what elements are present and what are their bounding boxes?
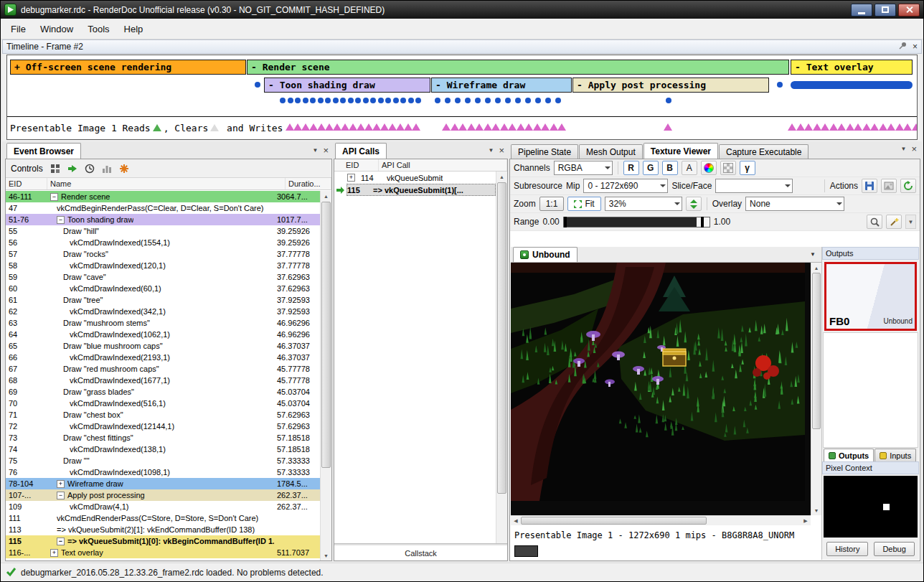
statistics-chart-icon[interactable]: [102, 164, 112, 174]
tab-event-browser[interactable]: Event Browser: [6, 143, 81, 159]
timeline-marker-bar[interactable]: - Text overlay: [791, 60, 913, 75]
texture-tab-dropdown[interactable]: ▼: [806, 251, 819, 258]
timeline-draw-dot[interactable]: [378, 98, 384, 103]
close-button[interactable]: [898, 4, 920, 17]
texture-tab-unbound[interactable]: Unbound: [513, 247, 578, 262]
timeline-draw-dot[interactable]: [455, 98, 461, 103]
minimize-button[interactable]: [851, 4, 872, 17]
event-row[interactable]: 68vkCmdDrawIndexed(1677,1)45.77778: [6, 375, 320, 386]
tab-api-calls[interactable]: API Calls: [335, 143, 387, 159]
event-row[interactable]: 60vkCmdDrawIndexed(60,1)37.62963: [6, 283, 320, 294]
event-row[interactable]: 63Draw "mushroom stems"46.96296: [6, 317, 320, 329]
api-row[interactable]: 115=> vkQueueSubmit(1)[...: [334, 184, 496, 196]
expand-icon[interactable]: −: [50, 193, 58, 201]
right-panel-tab[interactable]: Texture Viewer: [644, 143, 718, 159]
scroll-right-icon[interactable]: ▶: [801, 516, 811, 525]
texture-vertical-scrollbar[interactable]: ▲ ▼: [811, 263, 821, 515]
timeline-marker-bar[interactable]: - Render scene: [247, 60, 789, 75]
event-row[interactable]: 56vkCmdDrawIndexed(1554,1)39.25926: [6, 237, 320, 248]
channel-red-button[interactable]: R: [623, 161, 639, 175]
event-row[interactable]: 66vkCmdDrawIndexed(2193,1)46.37037: [6, 352, 320, 363]
timeline-draw-dot[interactable]: [465, 98, 471, 103]
bookmark-star-icon[interactable]: [119, 164, 129, 174]
tab-outputs[interactable]: Outputs: [824, 449, 874, 461]
scroll-left-icon[interactable]: ◀: [511, 516, 521, 525]
timeline-draw-dot[interactable]: [325, 98, 331, 103]
range-slider[interactable]: [563, 217, 710, 227]
event-row[interactable]: 73Draw "chest fittings"57.18518: [6, 432, 320, 443]
column-api-call[interactable]: API Call: [379, 159, 507, 171]
timeline-draw-dot[interactable]: [255, 82, 260, 88]
menu-item[interactable]: Window: [33, 20, 80, 38]
texture-horizontal-scrollbar[interactable]: ◀ ▶: [511, 515, 811, 525]
timeline-draw-dot[interactable]: [393, 98, 399, 103]
panel-close-button[interactable]: ×: [911, 144, 917, 154]
texture-viewport[interactable]: [511, 263, 811, 515]
event-row[interactable]: 67Draw "red mushroom caps"45.77778: [6, 363, 320, 375]
expand-icon[interactable]: −: [57, 216, 65, 224]
timeline-draw-dot[interactable]: [280, 98, 286, 103]
debug-button[interactable]: Debug: [874, 542, 914, 556]
menu-item[interactable]: Tools: [80, 20, 116, 38]
timeline-draw-dot[interactable]: [363, 98, 369, 103]
timeline-draw-dot[interactable]: [340, 98, 346, 103]
timeline-draw-dot[interactable]: [525, 98, 531, 103]
timeline-draw-dot[interactable]: [333, 98, 339, 103]
timeline-draw-dot[interactable]: [408, 98, 414, 103]
event-row[interactable]: 64vkCmdDrawIndexed(1062,1)46.96296: [6, 329, 320, 340]
event-row[interactable]: 75Draw ""57.33333: [6, 455, 320, 466]
scroll-up-icon[interactable]: ▲: [496, 172, 507, 182]
timeline-draw-dot[interactable]: [495, 98, 501, 103]
channel-green-button[interactable]: G: [643, 161, 659, 175]
api-expand-icon[interactable]: +: [347, 174, 355, 182]
timeline-draw-dot[interactable]: [385, 98, 391, 103]
event-row[interactable]: 51-76−Toon shading draw1017.7...: [6, 214, 320, 225]
timeline-draw-dot[interactable]: [555, 98, 561, 103]
timeline-draw-dot[interactable]: [288, 98, 293, 103]
scroll-up-icon[interactable]: ▲: [321, 191, 331, 201]
expand-icon[interactable]: +: [50, 549, 58, 557]
event-row[interactable]: 76vkCmdDrawIndexed(1098,1)57.33333: [6, 466, 320, 478]
timeline-draw-capsule[interactable]: [791, 81, 913, 89]
scroll-down-icon[interactable]: ▼: [321, 550, 331, 560]
scroll-up-icon[interactable]: ▲: [811, 263, 821, 273]
channel-blue-button[interactable]: B: [662, 161, 678, 175]
event-row[interactable]: 65Draw "blue mushroom caps"46.37037: [6, 340, 320, 352]
timeline-marker-bar[interactable]: - Apply post processing: [572, 78, 769, 93]
event-row[interactable]: 70vkCmdDrawIndexed(516,1)45.03704: [6, 398, 320, 409]
maximize-button[interactable]: [874, 4, 896, 17]
timeline-draw-dot[interactable]: [303, 98, 308, 103]
column-name[interactable]: Name: [47, 178, 286, 189]
timeline-draw-dot[interactable]: [475, 98, 481, 103]
checkerboard-button[interactable]: [720, 161, 736, 175]
goto-current-event-icon[interactable]: [67, 164, 77, 174]
timeline-draw-dot[interactable]: [505, 98, 511, 103]
gamma-button[interactable]: γ: [740, 161, 755, 175]
channels-select[interactable]: RGBA: [554, 161, 613, 175]
slice-face-select[interactable]: [715, 179, 793, 193]
pixel-context-view[interactable]: [824, 476, 918, 538]
event-row[interactable]: 58vkCmdDrawIndexed(120,1)37.77778: [6, 260, 320, 271]
timeline-draw-dot[interactable]: [545, 98, 551, 103]
save-texture-button[interactable]: [862, 179, 877, 193]
timeline-draw-dot[interactable]: [310, 98, 316, 103]
range-handle-min[interactable]: [564, 217, 567, 227]
timeline-draw-dot[interactable]: [348, 98, 354, 103]
event-row[interactable]: 57Draw "rocks"37.77778: [6, 248, 320, 260]
event-row[interactable]: 55Draw "hill"39.25926: [6, 225, 320, 237]
timeline-draw-dot[interactable]: [777, 82, 783, 88]
scroll-thumb[interactable]: [321, 202, 331, 468]
zoom-range-button[interactable]: [867, 215, 882, 229]
menu-item[interactable]: Help: [117, 20, 151, 38]
panel-menu-button[interactable]: ▼: [900, 146, 906, 152]
timeline-draw-dot[interactable]: [400, 98, 406, 103]
timeline-marker-bar[interactable]: - Toon shading draw: [264, 78, 430, 93]
timeline-draw-dot[interactable]: [370, 98, 376, 103]
event-row[interactable]: 62vkCmdDrawIndexed(342,1)37.92593: [6, 306, 320, 317]
tab-inputs[interactable]: Inputs: [874, 449, 916, 461]
event-row[interactable]: 113=> vkQueueSubmit(2)[1]: vkEndCommandB…: [6, 524, 320, 535]
autofit-range-button[interactable]: [886, 215, 902, 229]
event-row[interactable]: 116-...+Text overlay511.7037: [6, 547, 320, 558]
column-eid[interactable]: EID: [334, 159, 379, 171]
scroll-thumb[interactable]: [812, 273, 821, 429]
